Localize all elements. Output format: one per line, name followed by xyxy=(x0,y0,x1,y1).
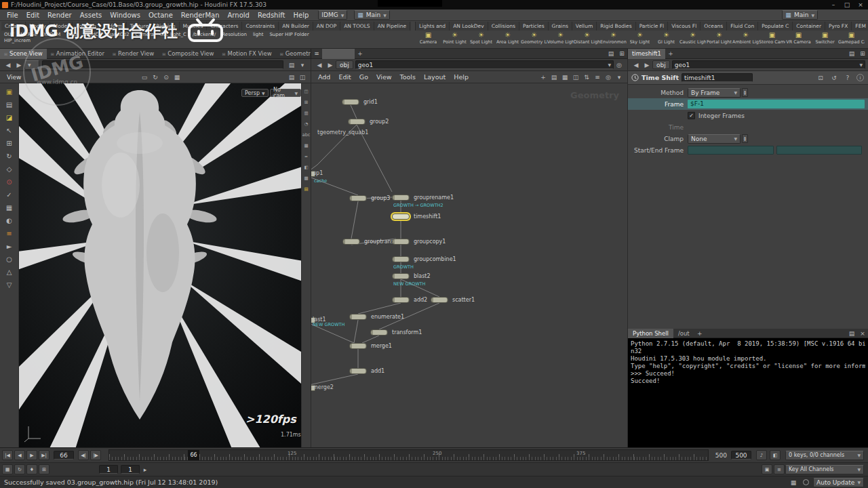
shelf-tool[interactable]: OUT xyxy=(4,32,14,37)
network-node[interactable]: grid1 xyxy=(342,99,359,105)
network-toolbar-icon[interactable]: ▤ xyxy=(549,73,559,82)
range-arrow-icon[interactable]: ▸ xyxy=(140,465,150,474)
shelf-tab[interactable]: Characters xyxy=(207,22,242,30)
range-start-field[interactable]: 1 xyxy=(99,465,118,474)
shelf-tool[interactable]: ☀ Point Light xyxy=(441,31,468,45)
desktop-dropdown[interactable]: ▦ Main▼ xyxy=(354,10,390,20)
network-node[interactable]: scatter1 xyxy=(431,297,448,303)
shelf-tab[interactable]: Modify xyxy=(26,22,50,30)
current-frame-field[interactable]: 66 xyxy=(54,451,74,460)
minimize-button[interactable]: – xyxy=(829,0,838,9)
global-anim-options-icon[interactable]: ▦ xyxy=(2,464,13,474)
menu-item[interactable]: Edit xyxy=(22,11,43,20)
shelf-tool[interactable]: Camera xyxy=(136,32,154,37)
shelf-tab[interactable]: Container xyxy=(793,22,825,30)
display-option-icon[interactable]: ▦ xyxy=(302,140,311,151)
maximize-button[interactable]: □ xyxy=(842,0,852,9)
frame-expression-field[interactable]: $F-1 xyxy=(688,100,865,108)
pane-tab[interactable]: ⊞Render View xyxy=(108,49,158,59)
viewport-tool-icon[interactable]: ✓ xyxy=(0,188,19,201)
shelf-tab[interactable]: Vellum xyxy=(572,22,597,30)
network-toolbar-icon[interactable]: ◎ xyxy=(604,73,613,82)
shelf-tab[interactable]: FEM xyxy=(852,22,868,30)
shelf-tool[interactable]: HIP_increm xyxy=(4,38,31,43)
clamp-dropdown[interactable]: None▼ xyxy=(688,134,741,144)
shelf-tool[interactable]: ☀ Spot Light xyxy=(468,31,494,45)
shelf-tool[interactable]: ▣ Switcher xyxy=(812,31,838,45)
reset-icon[interactable]: ↺ xyxy=(829,73,839,83)
info-icon[interactable]: i xyxy=(856,74,864,81)
menu-item[interactable]: File xyxy=(3,11,22,20)
shelf-tab[interactable]: Lights and xyxy=(416,22,450,30)
play-reverse-button[interactable]: ◀ xyxy=(14,450,25,460)
network-toolbar-icon[interactable]: + xyxy=(538,73,548,82)
pane-split-icon[interactable]: ▤ xyxy=(847,329,856,338)
menu-item[interactable]: Assets xyxy=(76,11,106,20)
shelf-tool[interactable]: ▣ Gamepad Camera xyxy=(838,31,865,45)
network-overview-icon[interactable]: ◎ xyxy=(614,60,624,70)
render-icon[interactable]: ▦ xyxy=(789,478,798,487)
network-node[interactable]: enumerate1 xyxy=(349,314,367,320)
network-node[interactable]: group2 xyxy=(348,119,366,125)
network-menu-item[interactable]: View xyxy=(372,73,396,81)
viewport-tool-icon[interactable]: ▤ xyxy=(0,98,19,111)
display-option-icon[interactable]: ≈ xyxy=(302,151,311,162)
pane-tab[interactable]: ⊞Motion FX View xyxy=(218,49,276,59)
viewport-tool-icon[interactable]: ▣ xyxy=(0,85,19,98)
scoped-channels-icon[interactable]: ⊞ xyxy=(39,464,50,474)
viewport-tool-icon[interactable]: ▽ xyxy=(0,279,19,291)
back-icon[interactable]: ◀ xyxy=(3,60,13,70)
add-tab-button[interactable]: + xyxy=(695,329,705,338)
shelf-tool[interactable]: ☀ Ambient Light xyxy=(732,31,759,45)
shelf-tab[interactable]: Constraints xyxy=(242,22,279,30)
shelf-tab[interactable]: Rigging xyxy=(153,22,179,30)
shelf-tab[interactable]: AN TOOLS xyxy=(340,22,374,30)
auto-key-icon[interactable]: ▣ xyxy=(762,464,772,474)
node-name-field[interactable]: timeshift1 xyxy=(682,73,753,82)
key-mode-dropdown[interactable]: Key All Channels▼ xyxy=(785,465,864,474)
breadcrumb-root[interactable]: obj xyxy=(336,60,353,69)
auto-update-dropdown[interactable]: Auto Update▼ xyxy=(813,478,864,487)
stepper-icon[interactable]: ▲▼ xyxy=(742,134,748,143)
next-frame-button[interactable]: |▶ xyxy=(90,450,101,460)
display-option-icon[interactable]: ▤ xyxy=(302,184,311,195)
jump-start-button[interactable]: |◀ xyxy=(2,450,13,460)
network-node[interactable]: add1 xyxy=(349,368,367,374)
breadcrumb-current[interactable]: geo1▼ xyxy=(355,60,614,69)
pane-tab[interactable]: ⊞Composite View xyxy=(158,49,218,59)
shelf-tab[interactable]: AN DOP xyxy=(313,22,340,30)
back-icon[interactable]: ◀ xyxy=(315,60,324,70)
viewport-tool-icon[interactable]: ↻ xyxy=(0,150,19,163)
shelf-tool[interactable]: ☀ Volume Light xyxy=(547,31,574,45)
params-pane-tab[interactable]: timeshift1 xyxy=(628,49,665,59)
shelf-tab[interactable]: Pyro FX xyxy=(825,22,852,30)
network-toolbar-icon[interactable]: ▦ xyxy=(560,73,570,82)
shelf-tool[interactable]: ☀ Portal Light xyxy=(706,31,732,45)
jump-end-button[interactable]: ▶| xyxy=(39,450,50,460)
pane-maximize-icon[interactable]: ⊞ xyxy=(858,49,867,58)
rotate-view-icon[interactable]: ↻ xyxy=(151,73,160,82)
breadcrumb-root[interactable]: obj xyxy=(652,60,670,69)
method-dropdown[interactable]: By Frame▼ xyxy=(688,88,741,98)
viewport-tool-icon[interactable]: ≡ xyxy=(0,227,19,240)
scene-path-field[interactable] xyxy=(42,60,283,69)
shelf-tab[interactable]: Create xyxy=(1,22,26,30)
update-indicator-icon[interactable] xyxy=(803,479,809,485)
pane-tab[interactable]: ⊞Scene View xyxy=(0,49,47,59)
shelf-tool[interactable]: RandCd xyxy=(83,32,102,37)
network-node[interactable]: groupcopy1 xyxy=(392,239,410,245)
shelf-tool[interactable]: Set_light_C xyxy=(160,32,186,37)
network-node[interactable]: grouptransfer1 xyxy=(342,239,360,245)
pane-split-icon[interactable]: ▤ xyxy=(606,49,616,58)
network-menu-item[interactable]: Layout xyxy=(420,73,450,81)
view-mode-dropdown[interactable]: ▼ xyxy=(24,60,39,70)
network-toolbar-icon[interactable]: ≡ xyxy=(593,73,602,82)
network-node[interactable]: add2 xyxy=(392,297,410,303)
network-toolbar-icon[interactable]: ⇅ xyxy=(582,73,591,82)
shelf-tool[interactable]: ☀ Area Light xyxy=(494,31,521,45)
shelf-tab[interactable]: Particle Fl xyxy=(636,22,669,30)
viewport-tool-icon[interactable]: ○ xyxy=(0,253,19,266)
network-menu-item[interactable]: Add xyxy=(314,73,334,81)
keys-info-dropdown[interactable]: 0 keys, 0/0 channels▼ xyxy=(785,451,864,460)
display-option-icon[interactable]: ▩ xyxy=(302,173,311,184)
